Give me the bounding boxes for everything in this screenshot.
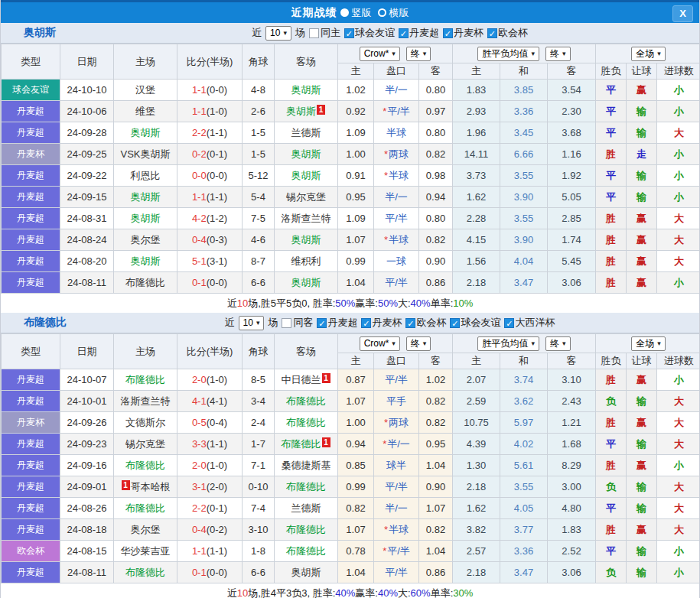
goals-total: 小 [657,541,700,562]
team-name-text: 布隆德比 [286,545,326,557]
radio-vertical-layout[interactable]: 竖版 [340,6,372,20]
score: 0-2(0-1) [177,144,243,165]
mean-home: 2.18 [453,476,500,498]
result: 胜 [596,208,627,229]
corners: 2-6 [243,101,275,122]
result: 平 [596,101,627,122]
corners: 1-8 [243,541,275,562]
checkbox-checked-icon: ✓ [504,318,514,328]
league-checkbox[interactable]: ✓大西洋杯 [504,316,555,330]
league-checkbox[interactable]: ✓球会友谊 [450,316,500,330]
away-team: 兰德斯 [275,122,338,144]
league-label: 大西洋杯 [515,316,555,330]
league-checkbox[interactable]: ✓丹麦杯 [361,316,402,330]
mean-draw: 5.61 [500,455,548,476]
match-count-select[interactable]: 10 ▾ [239,316,265,330]
odds-home: 1.04 [338,272,374,294]
star-mark: * [383,106,386,117]
star-mark: * [383,438,386,450]
goals-total: 小 [657,165,700,187]
halftime-score: (1-1) [207,545,227,557]
match-row: 丹麦杯24-09-25VSK奥胡斯0-2(0-1)1-5奥胡斯1.00*两球0.… [2,144,700,165]
mean-type-select[interactable]: 胜平负均值▾ [477,47,539,61]
fulltime-score: 2-0 [192,460,207,471]
mean-type-select[interactable]: 胜平负均值▾ [477,336,539,351]
odds-time-select[interactable]: 终▾ [406,336,431,351]
summary-segment: 10 [237,587,248,598]
team-name-text: 布隆德比 [286,395,326,407]
mean-time-select[interactable]: 终▾ [545,336,571,351]
checkbox-checked-icon: ✓ [361,318,371,328]
mean-draw: 3.55 [500,208,548,229]
away-team: 布隆德比 [275,519,338,541]
match-row: 丹麦超24-08-31奥胡斯4-2(1-2)7-5洛斯查兰特1.09平/半0.8… [2,208,700,229]
goals-total: 小 [657,369,700,391]
mean-draw: 3.47 [500,562,548,583]
summary-segment: 场,胜5平5负0, 胜率: [248,297,335,310]
handicap-result: 输 [627,541,657,562]
mean-time-select[interactable]: 终▾ [545,47,571,61]
result: 胜 [596,251,627,272]
league-checkbox[interactable]: ✓丹麦超 [317,316,357,330]
score: 2-2(1-1) [177,122,243,144]
mean-away: 3.00 [548,476,596,498]
odds-handicap: *半球 [374,229,419,251]
mean-draw: 4.02 [500,434,548,455]
corners: 1-7 [243,434,275,455]
home-team: 奥胡斯 [114,208,177,229]
halftime-score: (4-1) [207,395,227,407]
halftime-score: (1-0) [207,460,227,471]
league-checkbox[interactable]: ✓丹麦超 [399,26,439,40]
odds-time-select[interactable]: 终▾ [406,47,431,61]
subheader-handicap: 让球 [627,353,657,369]
league-checkbox[interactable]: ✓丹麦杯 [443,26,483,40]
fulltime-score: 2-2 [192,127,207,138]
star-mark: * [384,524,388,535]
handicap-text: 半球 [389,524,409,535]
chevron-down-icon: ▾ [392,48,396,60]
type-badge: 丹麦超 [2,208,60,229]
same-home-checkbox[interactable]: 同主 [309,26,340,40]
type-badge: 丹麦超 [2,391,60,412]
match-row: 欧会杯24-08-15华沙莱吉亚1-1(1-1)1-8布隆德比0.78*平/半1… [2,541,700,562]
team-name-text: 兰德斯 [291,502,321,514]
same-away-checkbox[interactable]: 同客 [282,316,313,330]
chevron-down-icon: ▾ [562,338,566,349]
rank-badge: 1 [317,105,325,115]
away-team: 奥胡斯 [275,562,338,583]
match-date: 24-08-26 [60,498,114,519]
goals-total: 小 [657,272,700,294]
page-title: 近期战绩 [291,6,337,20]
fullmatch-select[interactable]: 全场▾ [631,47,666,61]
team-filter-bar: 布隆德比 近 10 ▾ 场 同客 ✓丹麦超✓丹麦杯✓欧会杯✓球会友谊✓大西洋杯 [1,313,699,333]
league-checkbox[interactable]: ✓球会友谊 [344,26,395,40]
league-checkbox[interactable]: ✓欧会杯 [487,26,528,40]
bookmaker-select[interactable]: Crow*▾ [360,47,400,61]
league-label: 丹麦杯 [454,26,483,40]
match-count-select[interactable]: 10 ▾ [265,26,291,41]
star-mark: * [384,234,388,245]
goals-total: 小 [657,562,700,583]
bookmaker-select[interactable]: Crow*▾ [360,336,400,351]
handicap-result: 输 [627,476,657,498]
fullmatch-select[interactable]: 全场▾ [631,336,666,351]
handicap-text: 平/半 [385,277,408,288]
games-label: 场 [295,26,305,40]
type-badge: 丹麦超 [2,369,60,391]
mean-draw: 3.62 [500,391,548,412]
league-label: 球会友谊 [461,316,500,330]
subheader-handicap: 让球 [627,63,657,80]
subheader-mean-draw: 和 [500,63,548,80]
halftime-score: (3-1) [207,255,227,267]
halftime-score: (1-1) [207,127,227,138]
score: 2-2(0-1) [177,498,243,519]
subheader-odds-handicap: 盘口 [374,353,419,369]
subheader-odds-away: 客 [419,63,453,80]
close-button[interactable]: X [672,5,693,22]
mean-away: 3.10 [548,369,596,391]
handicap-text: 半/一 [387,438,410,450]
mean-away: 4.80 [548,498,596,519]
radio-horizontal-layout[interactable]: 横版 [378,6,409,20]
odds-home: 0.91 [338,165,374,187]
league-checkbox[interactable]: ✓欧会杯 [405,316,446,330]
